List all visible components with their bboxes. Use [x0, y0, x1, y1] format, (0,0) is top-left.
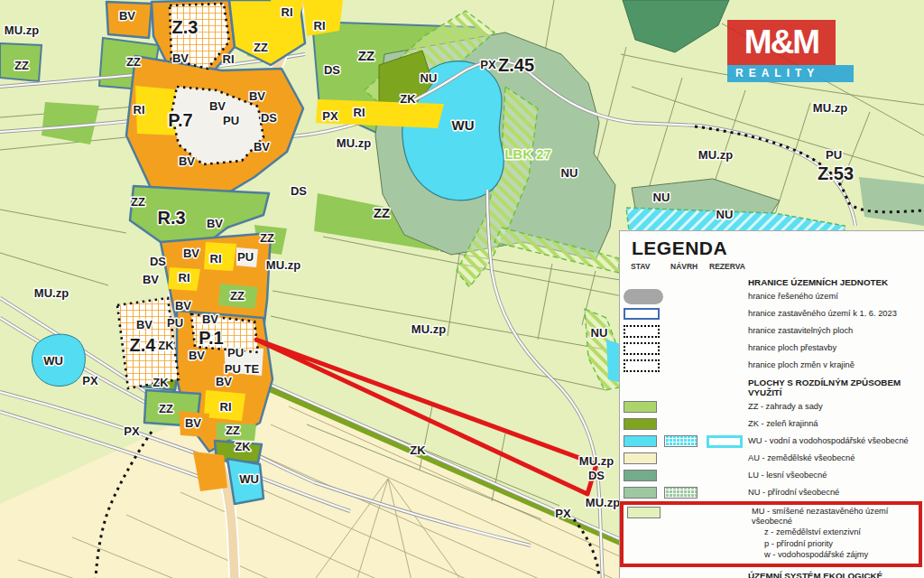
- map-label: P.1: [199, 328, 223, 348]
- legend-section-heading: PLOCHY S ROZDÍLNÝM ZPŮSOBEM VYUŽITÍ: [748, 378, 924, 397]
- legend-row-label: LU - lesní všeobecné: [748, 471, 827, 480]
- legend-row-label: MU - smíšené nezastavěného území všeobec…: [752, 507, 919, 561]
- legend-slot-stav: [624, 418, 664, 430]
- legend-row-label: hranice ploch přestavby: [748, 343, 836, 353]
- map-label: RI: [314, 19, 326, 33]
- map-label: NU: [653, 191, 670, 204]
- legend-row-label: ZZ - zahrady a sady: [748, 402, 823, 412]
- legend-slot-stav: [624, 359, 664, 372]
- legend-section-heading: ÚZEMNÍ SYSTÉM EKOLOGICKÉ STABILITY: [748, 571, 924, 578]
- legend-row-sub-label: z - zemědělství extenzivní: [764, 527, 919, 538]
- legend-column-návrh: NÁVRH: [670, 262, 698, 271]
- legend-row: hranice řešeného území: [620, 288, 924, 305]
- legend-column-headers: STAVNÁVRHREZERVA: [620, 262, 924, 274]
- swatch-blue-outline: [624, 308, 660, 320]
- map-label: ZZ: [374, 205, 390, 220]
- legend-row: LU - lesní všeobecné: [620, 467, 924, 484]
- map-label: R.3: [157, 208, 185, 228]
- map-label: PX: [480, 58, 496, 71]
- map-label: BV: [143, 273, 159, 286]
- swatch-dotted: [624, 325, 660, 338]
- map-label: Z.53: [818, 163, 854, 183]
- legend-section-heading: HRANICE ÚZEMNÍCH JEDNOTEK: [748, 277, 924, 287]
- legend-row-label-text: hranice ploch přestavby: [748, 343, 836, 353]
- swatch-fill: [627, 507, 661, 518]
- legend-row-label: NU - přírodní všeobecné: [748, 488, 839, 498]
- legend-slot-navrh: [664, 487, 707, 499]
- swatch-fill: [624, 435, 657, 447]
- map-label: ZZ: [358, 48, 374, 63]
- map-label: BV: [216, 375, 232, 388]
- legend-row: hranice ploch změn v krajině: [620, 357, 924, 374]
- map-label: MU.zp: [579, 454, 614, 468]
- map-label: ZZ: [226, 424, 240, 437]
- logo-reality-text: REALITY: [727, 65, 854, 82]
- map-label: NU: [561, 166, 578, 180]
- legend-row-label: WU - vodní a vodohospodářské všeobecné: [748, 436, 909, 446]
- legend-slot-rezerva: [707, 435, 748, 448]
- map-label: DS: [324, 63, 340, 77]
- map-label: ZK: [158, 339, 174, 352]
- map-label: ZZ: [254, 41, 268, 54]
- legend-column-stav: STAV: [631, 262, 650, 271]
- map-label: RI: [223, 52, 235, 66]
- map-label: RI: [220, 400, 232, 414]
- legend-row: WU - vodní a vodohospodářské všeobecné: [620, 433, 924, 450]
- map-label: ZZ: [260, 231, 274, 245]
- swatch-hatch: [664, 435, 698, 447]
- legend-column-rezerva: REZERVA: [709, 262, 745, 271]
- legend-slot-stav: [624, 452, 664, 464]
- map-label: ZK: [410, 443, 426, 457]
- legend-row-label: hranice zastavitelných ploch: [748, 326, 853, 336]
- map-label: ZZ: [14, 59, 29, 72]
- legend-row: NU - přírodní všeobecné: [620, 484, 924, 501]
- map-label: BV: [119, 9, 135, 23]
- legend-panel: LEGENDA STAVNÁVRHREZERVA HRANICE ÚZEMNÍC…: [619, 230, 924, 578]
- map-label: MU.zp: [411, 322, 446, 336]
- map-label: ZK: [400, 92, 416, 106]
- map-label: NU: [591, 326, 608, 340]
- legend-row-label: hranice zastavěného území k 1. 6. 2023: [748, 309, 897, 319]
- legend-row-label: hranice ploch změn v krajině: [748, 360, 855, 370]
- map-label: MU.zp: [34, 286, 69, 300]
- map-label: DS: [588, 469, 605, 482]
- map-label: PU: [826, 148, 842, 162]
- legend-slot-stav: [624, 342, 664, 355]
- legend-row-label: AU - zemědělské všeobecné: [748, 453, 855, 463]
- map-label: DS: [261, 111, 277, 125]
- map-label: PX: [322, 109, 338, 123]
- map-label: RI: [354, 106, 365, 119]
- map-label: MU.zp: [586, 496, 620, 509]
- legend-row-label-text: ZK - zeleň krajinná: [748, 419, 818, 429]
- map-label: DS: [291, 184, 307, 198]
- map-viewport: MU.zpBVZ.3RIRIZZZZZZBVRIDSZZPXZ.45NUZKRI…: [0, 0, 924, 578]
- map-label: RI: [134, 103, 145, 117]
- map-label: MU.zp: [337, 136, 371, 150]
- legend-slot-stav: [624, 308, 664, 320]
- legend-row-label: ZK - zeleň krajinná: [748, 419, 818, 429]
- legend-row-label-text: hranice zastavitelných ploch: [748, 326, 853, 336]
- legend-row: hranice zastavitelných ploch: [620, 322, 924, 340]
- logo-mm-text: M&M: [727, 20, 836, 65]
- map-label: PX: [82, 374, 98, 387]
- swatch-fill: [624, 470, 657, 481]
- map-label: ZK: [235, 440, 251, 453]
- swatch-fill: [624, 487, 657, 499]
- map-label: BV: [249, 89, 265, 103]
- legend-slot-stav: [624, 325, 664, 338]
- map-label: BV: [202, 312, 218, 326]
- map-label: MU.zp: [698, 148, 733, 162]
- legend-slot-stav: [624, 487, 664, 499]
- map-label: NU: [420, 71, 438, 85]
- legend-slot-stav: [627, 507, 668, 518]
- map-label: MU.zp: [5, 23, 39, 37]
- swatch-fill: [624, 418, 657, 430]
- map-label: BV: [189, 349, 205, 362]
- map-label: PX: [124, 424, 140, 438]
- legend-row-label-text: MU - smíšené nezastavěného území všeobec…: [752, 507, 919, 527]
- map-label: RI: [282, 5, 293, 19]
- legend-title: LEGENDA: [632, 238, 924, 259]
- map-label: MU.zp: [813, 101, 847, 115]
- legend-row: ZK - zeleň krajinná: [620, 415, 924, 433]
- swatch-fill: [624, 452, 657, 464]
